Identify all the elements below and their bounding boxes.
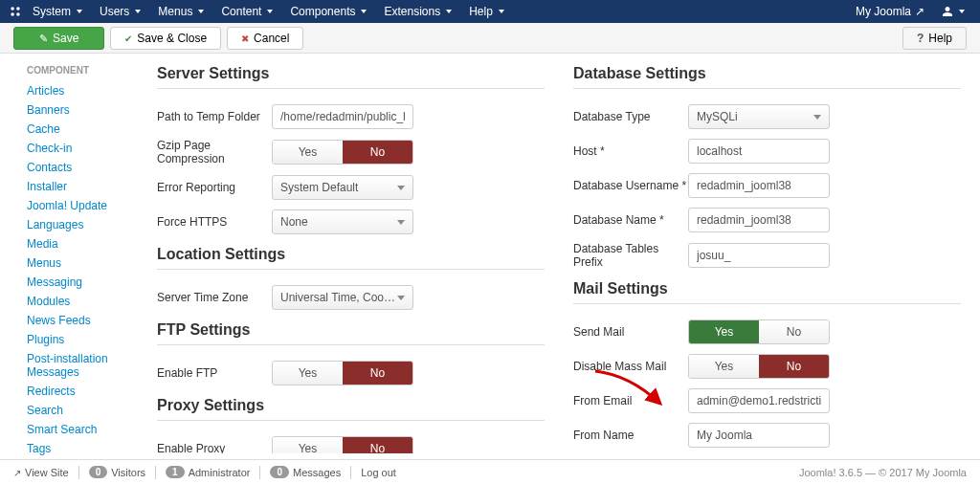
site-link[interactable]: My Joomla ↗ — [848, 1, 932, 22]
visitors-link[interactable]: 0Visitors — [89, 466, 145, 478]
sidebar-item[interactable]: Contacts — [10, 158, 134, 177]
sidebar-item[interactable]: Search — [10, 401, 134, 420]
from-name-input[interactable] — [688, 423, 830, 448]
menu-users[interactable]: Users — [92, 1, 148, 22]
caret-down-icon — [361, 10, 367, 13]
cancel-button[interactable]: Cancel — [227, 27, 303, 50]
from-email-label: From Email — [573, 394, 688, 407]
save-icon — [39, 32, 48, 45]
https-label: Force HTTPS — [157, 215, 272, 229]
sidebar-item[interactable]: News Feeds — [10, 311, 134, 330]
db-prefix-label: Database Tables Prefix — [573, 242, 688, 269]
sidebar-heading: COMPONENT — [10, 61, 134, 81]
db-name-input[interactable] — [688, 208, 830, 232]
db-host-input[interactable] — [688, 139, 830, 164]
messages-link[interactable]: 0Messages — [270, 466, 341, 478]
sidebar-item[interactable]: Modules — [10, 292, 134, 311]
menu-components[interactable]: Components — [282, 1, 374, 22]
from-name-label: From Name — [573, 429, 688, 442]
caret-down-icon — [267, 10, 273, 13]
help-icon — [917, 32, 924, 45]
proxy-toggle[interactable]: YesNo — [272, 436, 413, 453]
user-menu[interactable] — [934, 2, 972, 21]
caret-down-icon — [499, 10, 504, 13]
db-type-select[interactable]: MySQLi — [688, 104, 830, 129]
sidebar-item[interactable]: Messaging — [10, 273, 134, 292]
from-email-input[interactable] — [688, 388, 830, 413]
sidebar-item[interactable]: Tags — [10, 439, 134, 458]
svg-point-3 — [16, 12, 20, 16]
top-menubar-right: My Joomla ↗ — [848, 1, 972, 22]
menu-help[interactable]: Help — [461, 1, 512, 22]
menu-system[interactable]: System — [25, 1, 90, 22]
admins-link[interactable]: 1Administrator — [166, 466, 250, 478]
sidebar-item[interactable]: Languages — [10, 215, 134, 234]
save-close-button[interactable]: Save & Close — [110, 27, 221, 50]
send-mail-label: Send Mail — [573, 325, 688, 339]
sidebar-item[interactable]: Plugins — [10, 330, 134, 349]
sidebar-item[interactable]: Banners — [10, 100, 134, 120]
db-prefix-input[interactable] — [688, 243, 830, 268]
top-menubar-left: System Users Menus Content Components Ex… — [8, 1, 512, 22]
menu-menus[interactable]: Menus — [150, 1, 212, 22]
messages-badge: 0 — [270, 466, 289, 478]
external-link-icon: ↗ — [915, 5, 924, 18]
https-select[interactable]: None — [272, 209, 413, 234]
content: Server Settings Path to Temp Folder Gzip… — [134, 54, 980, 453]
disable-mass-label: Disable Mass Mail — [573, 360, 688, 373]
db-user-label: Database Username * — [573, 179, 688, 192]
sidebar-item[interactable]: Menus — [10, 253, 134, 273]
send-mail-toggle[interactable]: YesNo — [688, 319, 830, 344]
db-user-input[interactable] — [688, 173, 830, 198]
check-icon — [124, 32, 132, 45]
sidebar-item[interactable]: Post-installation Messages — [10, 349, 134, 382]
help-button[interactable]: Help — [902, 27, 967, 50]
visitors-badge: 0 — [89, 466, 108, 478]
external-link-icon — [13, 467, 21, 478]
location-settings-heading: Location Settings — [157, 246, 545, 270]
status-bar-left: View Site 0Visitors 1Administrator 0Mess… — [13, 466, 396, 479]
right-column: Database Settings Database TypeMySQLi Ho… — [573, 65, 961, 453]
sidebar-item[interactable]: Articles — [10, 81, 134, 100]
gzip-label: Gzip Page Compression — [157, 139, 272, 165]
sidebar-item[interactable]: Check-in — [10, 139, 134, 158]
menu-extensions[interactable]: Extensions — [376, 1, 459, 22]
sidebar-item[interactable]: Media — [10, 234, 134, 253]
cancel-icon — [241, 32, 249, 45]
proxy-label: Enable Proxy — [157, 442, 272, 453]
server-settings-heading: Server Settings — [157, 65, 545, 89]
error-select[interactable]: System Default — [272, 175, 413, 200]
user-icon — [942, 6, 953, 17]
logout-link[interactable]: Log out — [361, 467, 396, 478]
chevron-down-icon — [813, 115, 821, 120]
ftp-label: Enable FTP — [157, 366, 272, 380]
chevron-down-icon — [397, 220, 405, 225]
divider — [350, 466, 351, 479]
sidebar-item[interactable]: Joomla! Update — [10, 196, 134, 215]
ftp-toggle[interactable]: YesNo — [272, 361, 413, 385]
mail-settings-heading: Mail Settings — [573, 280, 961, 304]
divider — [155, 466, 156, 479]
path-input[interactable] — [272, 104, 413, 129]
caret-down-icon — [77, 10, 82, 13]
sidebar-item[interactable]: Cache — [10, 120, 134, 139]
sidebar: COMPONENT Articles Banners Cache Check-i… — [0, 54, 134, 453]
gzip-toggle[interactable]: YesNo — [272, 140, 413, 165]
tz-select[interactable]: Universal Time, Coordinated (UTC) — [272, 285, 413, 310]
view-site-link[interactable]: View Site — [13, 467, 69, 478]
sidebar-item[interactable]: Installer — [10, 177, 134, 196]
disable-mass-toggle[interactable]: YesNo — [688, 354, 830, 379]
chevron-down-icon — [397, 186, 405, 190]
sidebar-item[interactable]: Smart Search — [10, 420, 134, 439]
ftp-settings-heading: FTP Settings — [157, 321, 545, 345]
joomla-logo-icon — [8, 4, 23, 19]
caret-down-icon — [446, 10, 452, 13]
proxy-settings-heading: Proxy Settings — [157, 397, 545, 421]
chevron-down-icon — [397, 296, 405, 300]
sidebar-item[interactable]: Redirects — [10, 382, 134, 401]
menu-content[interactable]: Content — [213, 1, 280, 22]
divider — [259, 466, 260, 479]
caret-down-icon — [198, 10, 204, 13]
save-button[interactable]: Save — [13, 27, 104, 50]
action-bar: Save Save & Close Cancel Help — [0, 23, 980, 54]
